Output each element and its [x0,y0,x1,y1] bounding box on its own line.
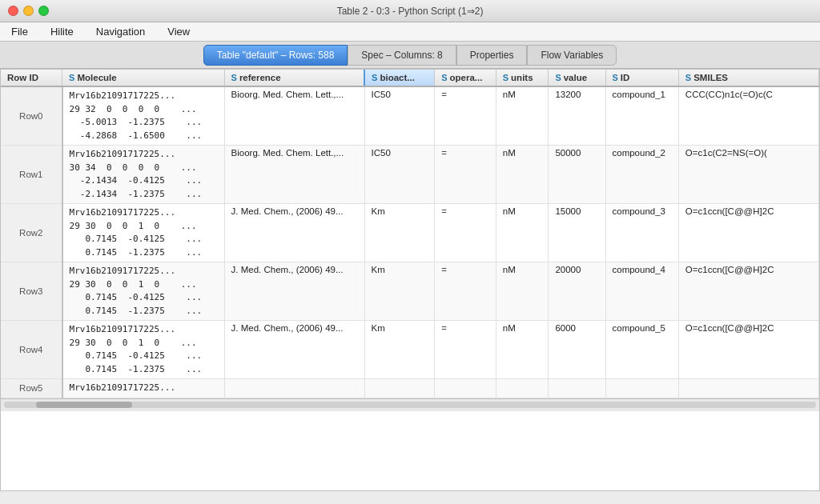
cell-bioactivity: Km [364,262,435,321]
col-header-molecule[interactable]: SMolecule [62,70,224,86]
cell-id: compound_2 [605,146,678,204]
cell-smiles: O=c1ccn([C@@H]2C [678,262,818,321]
cell-id: compound_1 [605,86,678,146]
cell-reference: J. Med. Chem., (2006) 49... [224,262,364,321]
cell-smiles: O=c1c(C2=NS(=O)( [678,146,818,204]
table-row: Row3Mrv16b21091717225... 29 30 0 0 1 0 .… [1,262,819,321]
cell-smiles: CCC(CC)n1c(=O)c(C [678,86,818,146]
tab-default-table[interactable]: Table "default" – Rows: 588 [203,45,348,66]
cell-opera: = [435,204,496,262]
type-icon-reference: S [231,73,237,82]
cell-reference [224,379,364,398]
cell-units: nM [496,204,549,262]
col-header-id[interactable]: SID [605,70,678,86]
cell-value: 13200 [549,86,605,146]
col-header-bioactivity[interactable]: Sbioact... [364,70,435,86]
close-button[interactable] [8,6,18,16]
type-icon-bioactivity: S [372,73,377,82]
tab-spec-columns[interactable]: Spec – Columns: 8 [348,45,456,66]
col-header-value[interactable]: Svalue [549,70,605,86]
cell-value: 50000 [549,146,605,204]
cell-bioactivity: Km [364,204,435,262]
cell-smiles: O=c1ccn([C@@H]2C [678,204,818,262]
tab-bar: Table "default" – Rows: 588 Spec – Colum… [0,42,820,69]
table-row: Row4Mrv16b21091717225... 29 30 0 0 1 0 .… [1,321,819,379]
col-header-row-id[interactable]: Row ID [1,70,62,86]
cell-id: compound_3 [605,204,678,262]
cell-reference: Bioorg. Med. Chem. Lett.,... [224,86,364,146]
menu-file[interactable]: File [6,24,33,39]
cell-molecule: Mrv16b21091717225... 29 32 0 0 0 0 ... -… [62,86,224,146]
type-icon-value: S [555,73,561,82]
cell-value [549,379,605,398]
menu-navigation[interactable]: Navigation [91,24,150,39]
horizontal-scrollbar[interactable] [1,398,819,411]
cell-units: nM [496,86,549,146]
cell-opera [435,379,496,398]
table-header-row: Row ID SMolecule Sreference Sbioact... S… [1,70,819,86]
col-header-units[interactable]: Sunits [496,70,549,86]
cell-units: nM [496,321,549,379]
cell-reference: J. Med. Chem., (2006) 49... [224,204,364,262]
table-row: Row1Mrv16b21091717225... 30 34 0 0 0 0 .… [1,146,819,204]
cell-molecule: Mrv16b21091717225... 30 34 0 0 0 0 ... -… [62,146,224,204]
cell-bioactivity [364,379,435,398]
cell-smiles: O=c1ccn([C@@H]2C [678,321,818,379]
minimize-button[interactable] [23,6,34,16]
menu-hilite[interactable]: Hilite [46,24,78,39]
tab-properties[interactable]: Properties [456,45,528,66]
cell-molecule: Mrv16b21091717225... 29 30 0 0 1 0 ... 0… [62,262,224,321]
cell-units: nM [496,146,549,204]
cell-opera: = [435,86,496,146]
cell-bioactivity: IC50 [364,86,435,146]
data-table: Row ID SMolecule Sreference Sbioact... S… [1,70,819,398]
type-icon-molecule: S [69,73,74,82]
cell-opera: = [435,321,496,379]
table-row: Row5Mrv16b21091717225... [1,379,819,398]
maximize-button[interactable] [38,6,49,16]
type-icon-units: S [503,73,508,82]
table-row: Row0Mrv16b21091717225... 29 32 0 0 0 0 .… [1,86,819,146]
type-icon-opera: S [441,73,447,82]
cell-molecule: Mrv16b21091717225... 29 30 0 0 1 0 ... 0… [62,204,224,262]
tab-flow-variables[interactable]: Flow Variables [527,45,617,66]
scrollbar-thumb[interactable] [36,402,132,408]
menu-bar: File Hilite Navigation View [0,22,820,42]
cell-row-id: Row5 [1,379,62,398]
cell-value: 20000 [549,262,605,321]
scrollbar-track[interactable] [4,402,816,408]
cell-units [496,379,549,398]
type-icon-smiles: S [685,73,691,82]
col-header-reference[interactable]: Sreference [224,70,364,86]
data-table-container[interactable]: Row ID SMolecule Sreference Sbioact... S… [0,69,820,491]
table-row: Row2Mrv16b21091717225... 29 30 0 0 1 0 .… [1,204,819,262]
cell-value: 6000 [549,321,605,379]
col-header-smiles[interactable]: SSMILES [678,70,818,86]
cell-row-id: Row1 [1,146,62,204]
cell-opera: = [435,146,496,204]
cell-units: nM [496,262,549,321]
window-controls[interactable] [8,6,49,16]
title-bar: Table 2 - 0:3 - Python Script (1⇒2) [0,0,820,22]
cell-smiles [678,379,818,398]
cell-molecule: Mrv16b21091717225... [62,379,224,398]
cell-bioactivity: IC50 [364,146,435,204]
menu-view[interactable]: View [163,24,195,39]
cell-molecule: Mrv16b21091717225... 29 30 0 0 1 0 ... 0… [62,321,224,379]
col-header-opera[interactable]: Sopera... [435,70,496,86]
type-icon-id: S [613,73,618,82]
cell-row-id: Row0 [1,86,62,146]
cell-bioactivity: Km [364,321,435,379]
cell-value: 15000 [549,204,605,262]
cell-id: compound_5 [605,321,678,379]
cell-row-id: Row3 [1,262,62,321]
cell-reference: J. Med. Chem., (2006) 49... [224,321,364,379]
cell-opera: = [435,262,496,321]
cell-id: compound_4 [605,262,678,321]
cell-id [605,379,678,398]
window-title: Table 2 - 0:3 - Python Script (1⇒2) [337,6,484,17]
cell-row-id: Row2 [1,204,62,262]
cell-row-id: Row4 [1,321,62,379]
cell-reference: Bioorg. Med. Chem. Lett.,... [224,146,364,204]
